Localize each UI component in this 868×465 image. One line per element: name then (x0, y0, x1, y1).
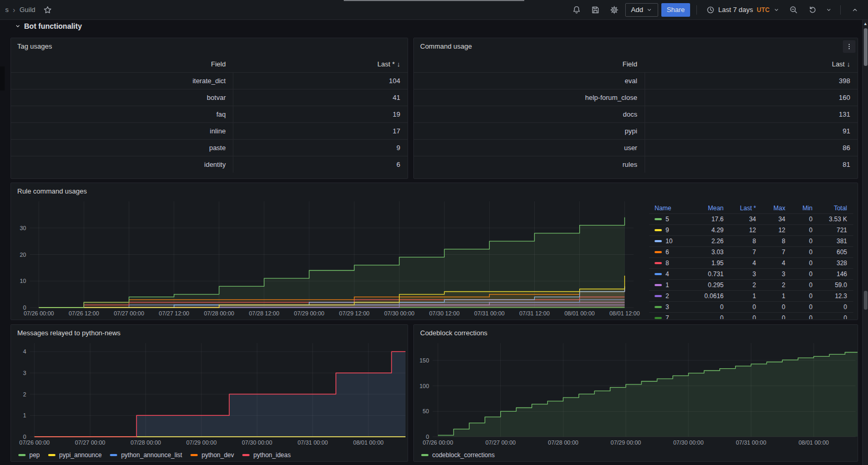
panel-title[interactable]: Command usage (414, 38, 858, 52)
last-value-cell: 104 (233, 73, 408, 89)
svg-text:07/27 00:00: 07/27 00:00 (114, 310, 144, 316)
legend-row[interactable]: 6 3.03 7 7 0 605 (649, 246, 853, 257)
favorite-star-icon[interactable] (40, 3, 55, 17)
svg-text:07/29 00:00: 07/29 00:00 (611, 439, 641, 446)
column-header-field[interactable]: Field (414, 60, 645, 68)
row-header-label: Bot functionality (24, 22, 82, 30)
series-color-swatch (655, 262, 662, 264)
refresh-icon[interactable] (805, 3, 820, 17)
breadcrumb-tail[interactable]: s (5, 6, 9, 14)
legend-item[interactable]: python_ideas (242, 451, 290, 459)
legend-header-name[interactable]: Name (649, 205, 695, 212)
series-name: 5 (649, 216, 695, 223)
left-edge-artifact (0, 66, 5, 90)
breadcrumb[interactable]: s › Guild (5, 3, 55, 17)
min-value: 0 (790, 226, 817, 234)
scrollbar-thumb[interactable] (864, 28, 867, 66)
dashboard-settings-gear-icon[interactable] (606, 3, 622, 17)
row-header-bot-functionality[interactable]: Bot functionality (15, 22, 82, 30)
codeblock-corrections-chart[interactable]: 05010015007/26 00:0007/27 00:0007/28 00:… (414, 339, 858, 448)
legend-item[interactable]: pep (18, 451, 40, 459)
table-header-row: Field Last *↓ (11, 55, 408, 72)
svg-text:07/26 12:00: 07/26 12:00 (69, 310, 99, 316)
time-range-picker[interactable]: Last 7 days UTC (703, 3, 783, 17)
last-value-cell: 81 (645, 156, 858, 173)
page-scrollbar[interactable]: ▲ (862, 20, 868, 465)
chart-legend: codeblock_corrections (414, 448, 858, 461)
series-name: 8 (649, 259, 695, 267)
legend-row[interactable]: 2 0.0616 1 1 0 12.3 (649, 290, 853, 301)
sort-descending-icon: ↓ (847, 60, 850, 68)
panel-menu-kebab-icon[interactable] (843, 40, 855, 53)
legend-header-total[interactable]: Total (817, 205, 851, 212)
refresh-interval-chevron-icon[interactable] (824, 3, 834, 17)
scrollbar-up-arrow[interactable]: ▲ (863, 21, 868, 27)
save-dashboard-icon[interactable] (588, 3, 603, 17)
svg-text:07/31 00:00: 07/31 00:00 (736, 439, 766, 446)
legend-row[interactable]: 1 0.295 2 2 0 59.0 (649, 279, 853, 290)
legend-row[interactable]: 3 0 0 0 0 0 (649, 301, 853, 312)
panel-codeblock-corrections: Codeblock corrections 05010015007/26 00:… (413, 324, 858, 462)
collapse-topbar-chevron-up-icon[interactable] (847, 3, 863, 17)
column-header-last[interactable]: Last↓ (645, 60, 858, 68)
panel-title[interactable]: Tag usages (11, 38, 408, 52)
legend-header-mean[interactable]: Mean (695, 205, 728, 212)
last-value-cell: 131 (645, 106, 858, 122)
legend-row[interactable]: 4 0.731 3 3 0 146 (649, 268, 853, 279)
svg-text:07/27 00:00: 07/27 00:00 (486, 439, 516, 446)
svg-text:07/26 00:00: 07/26 00:00 (423, 439, 453, 446)
last-value: 1 (728, 292, 760, 300)
total-value: 381 (817, 237, 851, 245)
legend-header-min[interactable]: Min (790, 205, 817, 212)
panel-title[interactable]: Messages relayed to python-news (11, 325, 408, 339)
legend-item[interactable]: codeblock_corrections (421, 451, 494, 459)
last-value: 0 (728, 314, 760, 319)
share-button[interactable]: Share (661, 3, 690, 17)
svg-text:07/28 00:00: 07/28 00:00 (131, 439, 161, 446)
legend-row[interactable]: 7 0 0 0 0 0 (649, 312, 853, 319)
min-value: 0 (790, 292, 817, 300)
table-row: iterate_dict 104 (11, 72, 408, 89)
total-value: 0 (817, 314, 851, 319)
rule-command-usages-chart[interactable]: 010203007/26 00:0007/26 12:0007/27 00:00… (11, 197, 649, 319)
max-value: 4 (760, 259, 790, 267)
legend-header-max[interactable]: Max (760, 205, 790, 212)
svg-text:07/31 00:00: 07/31 00:00 (298, 439, 328, 446)
mean-value: 0 (695, 314, 728, 319)
legend-row[interactable]: 10 2.26 8 8 0 381 (649, 235, 853, 246)
series-color-swatch (655, 251, 662, 253)
mean-value: 3.03 (695, 248, 728, 256)
column-header-field[interactable]: Field (11, 60, 233, 68)
max-value: 7 (760, 248, 790, 256)
series-name: 7 (649, 314, 695, 319)
last-value: 12 (728, 226, 760, 234)
svg-text:2: 2 (23, 391, 26, 398)
zoom-out-icon[interactable] (786, 3, 802, 17)
panel-title[interactable]: Rule command usages (11, 183, 858, 197)
table-body: iterate_dict 104 botvar 41 faq 19 inline… (11, 72, 408, 173)
last-value-cell: 9 (233, 140, 408, 156)
legend-row[interactable]: 9 4.29 12 12 0 721 (649, 224, 853, 235)
panel-title[interactable]: Codeblock corrections (414, 325, 858, 339)
breadcrumb-page[interactable]: Guild (19, 6, 35, 14)
mean-value: 2.26 (695, 237, 728, 245)
legend-row[interactable]: 8 1.95 4 4 0 328 (649, 257, 853, 268)
mean-value: 1.95 (695, 259, 728, 267)
column-header-last[interactable]: Last *↓ (233, 60, 408, 68)
table-row: faq 19 (11, 106, 408, 122)
svg-text:07/26 00:00: 07/26 00:00 (19, 439, 50, 446)
svg-text:07/30 00:00: 07/30 00:00 (673, 439, 704, 446)
legend-item[interactable]: python_announce_list (110, 451, 182, 459)
alerts-bell-icon[interactable] (569, 3, 584, 17)
mean-value: 0.295 (695, 281, 728, 289)
field-cell: eval (414, 77, 645, 85)
last-value-cell: 91 (645, 123, 858, 139)
messages-relayed-chart[interactable]: 0123407/26 00:0007/27 00:0007/28 00:0007… (11, 339, 408, 448)
total-value: 605 (817, 248, 851, 256)
legend-row[interactable]: 5 17.6 34 34 0 3.53 K (649, 213, 853, 224)
legend-header-last[interactable]: Last * (728, 205, 760, 212)
legend-item[interactable]: python_dev (190, 451, 234, 459)
legend-item[interactable]: pypi_announce (48, 451, 102, 459)
svg-text:07/28 00:00: 07/28 00:00 (204, 310, 234, 316)
add-button[interactable]: Add (625, 3, 658, 17)
